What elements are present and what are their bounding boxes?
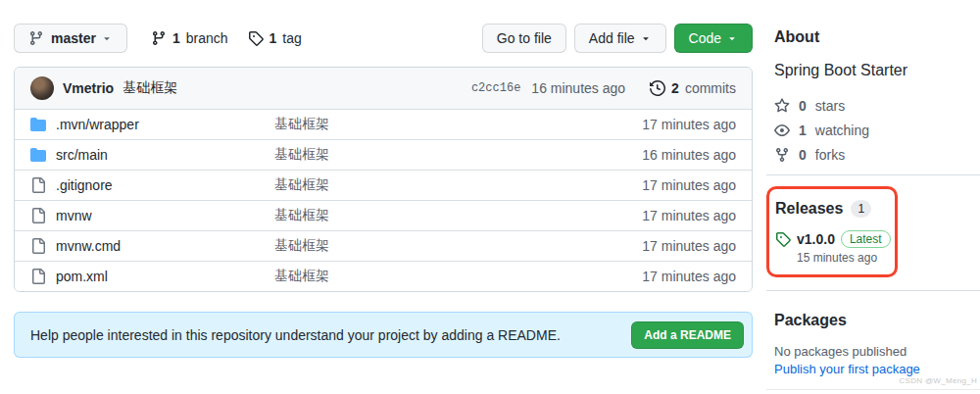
watermark: CSDN @W_Meng_H xyxy=(900,376,977,385)
file-commit-time: 17 minutes ago xyxy=(589,208,736,223)
latest-commit-bar: Vmetrio 基础框架 c2cc16e 16 minutes ago 2 co… xyxy=(15,68,752,109)
repo-toolbar: master 1 branch 1 tag Go to file Add fil… xyxy=(14,24,753,53)
file-name[interactable]: .gitignore xyxy=(56,177,274,193)
table-row: src/main 基础框架 16 minutes ago xyxy=(15,139,752,170)
tag-count: 1 xyxy=(270,30,277,46)
branch-count-label: branch xyxy=(186,30,228,46)
tag-icon xyxy=(775,231,791,247)
commit-count: 2 xyxy=(671,80,679,96)
forks-count: 0 xyxy=(799,147,807,163)
latest-badge[interactable]: Latest xyxy=(841,230,891,248)
repo-forked-icon xyxy=(774,147,790,163)
repo-description: Spring Boot Starter xyxy=(774,61,980,80)
git-branch-icon xyxy=(151,30,167,46)
repo-stats: 0 stars 1 watching 0 forks xyxy=(774,93,980,167)
table-row: mvnw.cmd 基础框架 17 minutes ago xyxy=(15,230,752,261)
folder-icon xyxy=(30,117,46,132)
stars-count: 0 xyxy=(799,98,807,114)
file-icon xyxy=(30,177,46,193)
readme-banner: Help people interested in this repositor… xyxy=(14,312,753,358)
table-row: .gitignore 基础框架 17 minutes ago xyxy=(15,170,752,200)
sidebar: About Spring Boot Starter 0 stars 1 watc… xyxy=(766,0,980,394)
file-name[interactable]: src/main xyxy=(56,147,274,163)
releases-annotation-box: Releases 1 v1.0.0 Latest 15 minutes ago xyxy=(766,186,898,277)
file-commit-time: 17 minutes ago xyxy=(589,117,736,132)
file-commit-time: 17 minutes ago xyxy=(589,177,736,193)
triangle-down-icon xyxy=(726,32,738,44)
table-row: pom.xml 基础框架 17 minutes ago xyxy=(15,261,752,291)
triangle-down-icon xyxy=(101,32,113,44)
code-label: Code xyxy=(689,30,721,46)
commit-author[interactable]: Vmetrio xyxy=(63,80,114,96)
branches-link[interactable]: 1 branch xyxy=(151,30,228,46)
file-icon xyxy=(30,208,46,223)
triangle-down-icon xyxy=(640,32,652,44)
tag-icon xyxy=(248,30,264,46)
star-icon xyxy=(774,98,790,114)
about-title: About xyxy=(774,27,980,47)
packages-title: Packages xyxy=(774,311,980,330)
file-commit-message[interactable]: 基础框架 xyxy=(274,176,589,194)
packages-empty-text: No packages published xyxy=(774,344,980,359)
go-to-file-button[interactable]: Go to file xyxy=(482,24,566,53)
release-version-link[interactable]: v1.0.0 xyxy=(797,231,835,247)
watching-label: watching xyxy=(815,123,869,138)
publish-package-link[interactable]: Publish your first package xyxy=(774,362,920,376)
file-browser: Vmetrio 基础框架 c2cc16e 16 minutes ago 2 co… xyxy=(14,67,753,292)
history-icon xyxy=(650,80,665,96)
forks-label: forks xyxy=(815,147,845,163)
commit-time: 16 minutes ago xyxy=(531,80,625,96)
commit-sha[interactable]: c2cc16e xyxy=(471,81,520,95)
git-branch-icon xyxy=(28,30,44,46)
readme-banner-text: Help people interested in this repositor… xyxy=(30,327,561,343)
branch-count: 1 xyxy=(172,30,180,46)
table-row: mvnw 基础框架 17 minutes ago xyxy=(15,200,752,230)
code-button[interactable]: Code xyxy=(674,24,753,53)
add-file-label: Add file xyxy=(589,30,635,46)
file-commit-message[interactable]: 基础框架 xyxy=(274,116,589,133)
file-name[interactable]: mvnw xyxy=(56,208,274,223)
stars-link[interactable]: 0 stars xyxy=(774,93,980,118)
file-icon xyxy=(30,238,46,254)
commit-count-label: commits xyxy=(685,80,736,96)
stars-label: stars xyxy=(815,98,845,114)
commits-link[interactable]: 2 commits xyxy=(650,80,736,96)
branch-name: master xyxy=(51,30,96,46)
file-name[interactable]: mvnw.cmd xyxy=(56,238,274,254)
file-name[interactable]: .mvn/wrapper xyxy=(56,117,274,132)
add-readme-button[interactable]: Add a README xyxy=(631,321,744,349)
sidebar-divider xyxy=(766,290,980,291)
file-commit-time: 17 minutes ago xyxy=(589,269,736,284)
file-commit-message[interactable]: 基础框架 xyxy=(274,146,589,164)
file-name[interactable]: pom.xml xyxy=(56,269,274,284)
file-icon xyxy=(30,269,46,284)
branch-selector-button[interactable]: master xyxy=(14,24,127,53)
file-commit-message[interactable]: 基础框架 xyxy=(274,207,589,224)
eye-icon xyxy=(774,123,790,138)
sidebar-divider xyxy=(766,174,980,175)
release-time: 15 minutes ago xyxy=(775,251,891,265)
forks-link[interactable]: 0 forks xyxy=(774,142,980,167)
file-commit-message[interactable]: 基础框架 xyxy=(274,268,589,285)
file-commit-message[interactable]: 基础框架 xyxy=(274,237,589,255)
folder-icon xyxy=(30,147,46,163)
releases-counter-badge: 1 xyxy=(851,200,871,218)
tags-link[interactable]: 1 tag xyxy=(248,30,302,46)
file-commit-time: 16 minutes ago xyxy=(589,147,736,163)
tag-count-label: tag xyxy=(282,30,301,46)
avatar[interactable] xyxy=(30,76,54,100)
add-file-button[interactable]: Add file xyxy=(574,24,666,53)
sidebar-divider xyxy=(766,389,980,390)
watching-count: 1 xyxy=(799,123,807,138)
file-commit-time: 17 minutes ago xyxy=(589,238,736,254)
table-row: .mvn/wrapper 基础框架 17 minutes ago xyxy=(15,109,752,139)
watching-link[interactable]: 1 watching xyxy=(774,118,980,142)
releases-title[interactable]: Releases xyxy=(775,199,843,219)
go-to-file-label: Go to file xyxy=(497,30,552,46)
release-item: v1.0.0 Latest xyxy=(775,230,891,248)
commit-message[interactable]: 基础框架 xyxy=(122,79,177,97)
